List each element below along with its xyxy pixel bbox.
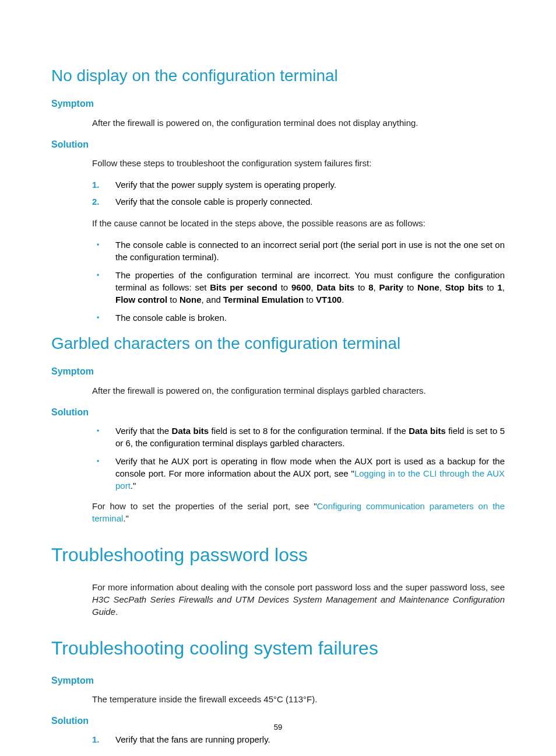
solution-item: Verify that the Data bits field is set t… (92, 425, 505, 449)
solution-steps: 1.Verify that the power supply system is… (92, 178, 505, 208)
step-2: 2.Verify that the console cable is prope… (92, 195, 505, 208)
step-text: Verify that the console cable is properl… (115, 197, 313, 206)
solution-intro: Follow these steps to troubleshoot the c… (92, 157, 505, 169)
solution-item: Verify that he AUX port is operating in … (92, 455, 505, 492)
step-number: 1. (92, 178, 100, 191)
reason-item: The properties of the configuration term… (92, 269, 505, 306)
symptom-text: The temperature inside the firewall exce… (92, 693, 505, 705)
heading-garbled: Garbled characters on the configuration … (51, 332, 505, 355)
step-text: Verify that the power supply system is o… (115, 180, 336, 190)
solution-mid: If the cause cannot be located in the st… (92, 217, 505, 229)
password-loss-text: For more information about dealing with … (92, 581, 505, 618)
step-text: Verify that the fans are running properl… (115, 734, 270, 744)
heading-cooling: Troubleshooting cooling system failures (51, 635, 505, 662)
heading-no-display: No display on the configuration terminal (51, 64, 505, 87)
symptom-text: After the firewall is powered on, the co… (92, 384, 505, 397)
page-number: 59 (0, 722, 556, 733)
symptom-label: Symptom (51, 674, 505, 687)
symptom-text: After the firewall is powered on, the co… (92, 117, 505, 129)
symptom-label: Symptom (51, 97, 505, 110)
step-number: 1. (92, 733, 100, 746)
solution-list: Verify that the Data bits field is set t… (92, 425, 505, 492)
solution-steps: 1.Verify that the fans are running prope… (92, 733, 505, 746)
reason-item: The console cable is broken. (92, 312, 505, 324)
heading-password-loss: Troubleshooting password loss (51, 542, 505, 568)
solution-label: Solution (51, 138, 505, 151)
step-1: 1.Verify that the power supply system is… (92, 178, 505, 191)
symptom-label: Symptom (51, 365, 505, 378)
solution-ref: For how to set the properties of the ser… (92, 500, 505, 524)
solution-label: Solution (51, 406, 505, 419)
reason-item: The console cable is connected to an inc… (92, 239, 505, 263)
step-number: 2. (92, 195, 100, 208)
reason-list: The console cable is connected to an inc… (92, 239, 505, 324)
step-1: 1.Verify that the fans are running prope… (92, 733, 505, 746)
